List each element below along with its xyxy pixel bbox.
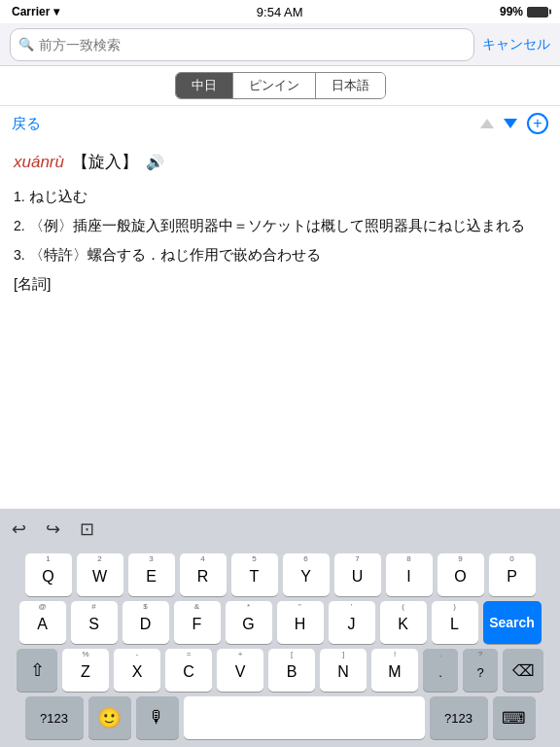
key-rows: 1Q 2W 3E 4R 5T 6Y 7U 8I 9O 0P @A #S $D &… xyxy=(0,550,560,747)
keyboard-toolbar: ↩ ↪ ⊡ xyxy=(0,509,560,550)
key-u[interactable]: 7U xyxy=(334,553,381,596)
tab-zhori[interactable]: 中日 xyxy=(176,73,233,98)
carrier-label: Carrier xyxy=(12,5,50,18)
battery-icon xyxy=(527,7,548,18)
key-o[interactable]: 9O xyxy=(438,553,484,596)
mic-key[interactable]: 🎙 xyxy=(136,696,179,739)
key-v[interactable]: +V xyxy=(217,649,263,692)
key-j[interactable]: 'J xyxy=(329,601,375,644)
key-row-2: @A #S $D &F *G "H 'J (K )L Search xyxy=(4,601,556,644)
number-key-right[interactable]: ?123 xyxy=(430,696,488,739)
backspace-key[interactable]: ⌫ xyxy=(503,649,543,692)
key-c[interactable]: =C xyxy=(165,649,212,692)
pos-tag: [名詞] xyxy=(14,272,546,296)
tab-group: 中日 ピンイン 日本語 xyxy=(175,72,386,99)
copy-button[interactable]: ⊡ xyxy=(78,516,96,542)
period-key[interactable]: .. xyxy=(423,649,458,692)
search-input-wrap[interactable]: 🔍 xyxy=(10,28,474,61)
key-f[interactable]: &F xyxy=(174,601,221,644)
cancel-button[interactable]: キャンセル xyxy=(482,36,550,53)
key-b[interactable]: [B xyxy=(268,649,315,692)
nav-arrows: + xyxy=(480,113,548,134)
key-q[interactable]: 1Q xyxy=(25,553,72,596)
word-pinyin: xuánrù xyxy=(14,153,64,172)
question-key[interactable]: ?? xyxy=(463,649,498,692)
key-n[interactable]: ]N xyxy=(320,649,367,692)
word-chinese: 【旋入】 xyxy=(72,151,138,173)
definition-item-2: 2. 〈例〉插座一般旋入到照明器中＝ソケットは概して照明器具にねじ込まれる xyxy=(14,214,546,237)
word-header: xuánrù 【旋入】 🔊 xyxy=(14,151,546,173)
emoji-key[interactable]: 🙂 xyxy=(88,696,131,739)
key-s[interactable]: #S xyxy=(71,601,118,644)
key-p[interactable]: 0P xyxy=(489,553,536,596)
key-k[interactable]: (K xyxy=(380,601,427,644)
key-x[interactable]: -X xyxy=(114,649,160,692)
status-left: Carrier ▾ xyxy=(12,5,59,18)
dict-content: xuánrù 【旋入】 🔊 1. ねじ込む 2. 〈例〉插座一般旋入到照明器中＝… xyxy=(0,141,560,321)
tab-japanese[interactable]: 日本語 xyxy=(316,73,385,98)
add-button[interactable]: + xyxy=(527,113,548,134)
search-icon: 🔍 xyxy=(18,37,34,52)
tab-pinyin[interactable]: ピンイン xyxy=(233,73,316,98)
nav-bar: 戻る + xyxy=(0,106,560,141)
status-bar: Carrier ▾ 9:54 AM 99% xyxy=(0,0,560,23)
prev-arrow[interactable] xyxy=(480,119,494,128)
key-w[interactable]: 2W xyxy=(77,553,123,596)
key-row-3: ⇧ %Z -X =C +V [B ]N !M .. ?? ⌫ xyxy=(4,649,556,692)
key-a[interactable]: @A xyxy=(19,601,66,644)
key-l[interactable]: )L xyxy=(432,601,478,644)
definition-item-1: 1. ねじ込む xyxy=(14,185,546,208)
number-key[interactable]: ?123 xyxy=(25,696,84,739)
key-h[interactable]: "H xyxy=(277,601,324,644)
speaker-icon[interactable]: 🔊 xyxy=(146,154,164,171)
next-arrow[interactable] xyxy=(504,119,517,128)
keyboard-area: ↩ ↪ ⊡ 1Q 2W 3E 4R 5T 6Y 7U 8I 9O 0P @A #… xyxy=(0,509,560,747)
tab-bar: 中日 ピンイン 日本語 xyxy=(0,66,560,106)
back-button[interactable]: 戻る xyxy=(12,115,41,133)
shift-key[interactable]: ⇧ xyxy=(17,649,57,692)
key-d[interactable]: $D xyxy=(122,601,169,644)
space-key[interactable] xyxy=(184,696,425,739)
key-t[interactable]: 5T xyxy=(231,553,278,596)
key-g[interactable]: *G xyxy=(226,601,272,644)
key-row-bottom: ?123 🙂 🎙 ?123 ⌨ xyxy=(4,696,556,745)
search-input[interactable] xyxy=(39,37,466,53)
definition-item-3: 3. 〈特許〉螺合する．ねじ作用で嵌め合わせる xyxy=(14,243,546,267)
undo-button[interactable]: ↩ xyxy=(10,516,28,542)
key-row-1: 1Q 2W 3E 4R 5T 6Y 7U 8I 9O 0P xyxy=(4,553,556,596)
search-bar: 🔍 キャンセル xyxy=(0,23,560,66)
status-right: 99% xyxy=(500,5,548,18)
key-z[interactable]: %Z xyxy=(62,649,109,692)
redo-button[interactable]: ↪ xyxy=(44,516,62,542)
wifi-icon: ▾ xyxy=(53,5,59,18)
key-r[interactable]: 4R xyxy=(180,553,227,596)
key-i[interactable]: 8I xyxy=(386,553,433,596)
key-m[interactable]: !M xyxy=(371,649,418,692)
status-time: 9:54 AM xyxy=(257,5,303,19)
key-y[interactable]: 6Y xyxy=(283,553,330,596)
battery-percent: 99% xyxy=(500,5,523,18)
keyboard-icon[interactable]: ⌨ xyxy=(493,696,536,739)
key-e[interactable]: 3E xyxy=(128,553,175,596)
search-key[interactable]: Search xyxy=(483,601,542,644)
definition-list: 1. ねじ込む 2. 〈例〉插座一般旋入到照明器中＝ソケットは概して照明器具にね… xyxy=(14,185,546,296)
